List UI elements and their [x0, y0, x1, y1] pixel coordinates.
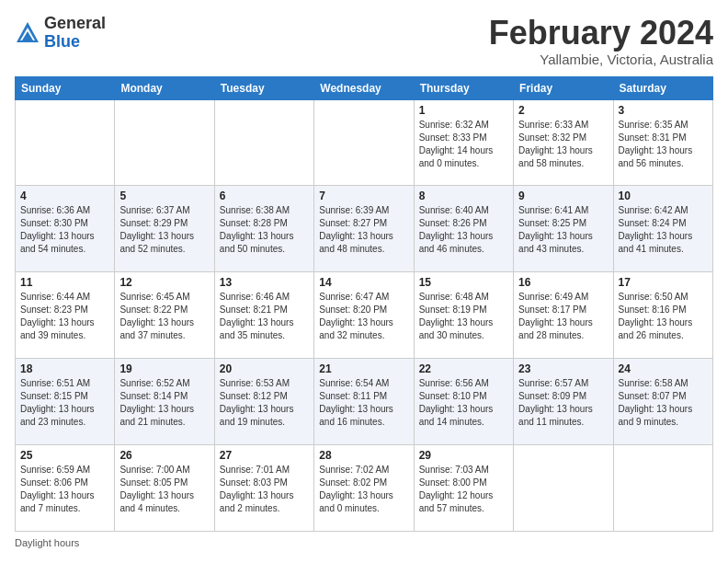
day-number: 17	[619, 276, 708, 289]
day-detail: Sunrise: 6:50 AM Sunset: 8:16 PM Dayligh…	[619, 291, 708, 342]
logo-blue: Blue	[44, 32, 80, 51]
day-cell: 28Sunrise: 7:02 AM Sunset: 8:02 PM Dayli…	[314, 445, 414, 532]
day-number: 18	[20, 362, 109, 375]
day-number: 25	[20, 449, 109, 462]
day-detail: Sunrise: 6:59 AM Sunset: 8:06 PM Dayligh…	[20, 464, 109, 515]
day-detail: Sunrise: 6:53 AM Sunset: 8:12 PM Dayligh…	[220, 377, 309, 429]
day-cell	[115, 99, 214, 186]
day-number: 20	[220, 362, 309, 375]
day-number: 27	[220, 449, 309, 462]
col-header-thursday: Thursday	[414, 76, 513, 99]
month-title: February 2024	[489, 15, 713, 52]
day-cell: 3Sunrise: 6:35 AM Sunset: 8:31 PM Daylig…	[613, 99, 712, 186]
day-detail: Sunrise: 6:44 AM Sunset: 8:23 PM Dayligh…	[20, 291, 109, 342]
day-detail: Sunrise: 6:47 AM Sunset: 8:20 PM Dayligh…	[319, 291, 408, 342]
day-cell: 26Sunrise: 7:00 AM Sunset: 8:05 PM Dayli…	[115, 445, 214, 532]
col-header-wednesday: Wednesday	[314, 76, 414, 99]
day-number: 9	[518, 190, 608, 202]
day-detail: Sunrise: 6:40 AM Sunset: 8:26 PM Dayligh…	[419, 204, 508, 256]
location-title: Yallambie, Victoria, Australia	[489, 52, 713, 67]
day-number: 21	[319, 362, 408, 375]
day-cell: 25Sunrise: 6:59 AM Sunset: 8:06 PM Dayli…	[16, 445, 115, 532]
day-cell: 17Sunrise: 6:50 AM Sunset: 8:16 PM Dayli…	[613, 272, 712, 359]
day-number: 19	[119, 362, 209, 375]
day-number: 10	[619, 190, 708, 202]
day-number: 22	[419, 362, 508, 375]
day-number: 14	[319, 276, 408, 289]
daylight-label: Daylight hours	[15, 537, 79, 548]
day-cell	[214, 99, 313, 186]
page: General Blue February 2024 Yallambie, Vi…	[0, 0, 728, 563]
day-detail: Sunrise: 6:48 AM Sunset: 8:19 PM Dayligh…	[419, 291, 508, 342]
day-cell: 22Sunrise: 6:56 AM Sunset: 8:10 PM Dayli…	[414, 359, 513, 445]
day-detail: Sunrise: 6:54 AM Sunset: 8:11 PM Dayligh…	[319, 377, 408, 429]
day-detail: Sunrise: 6:35 AM Sunset: 8:31 PM Dayligh…	[619, 119, 708, 170]
day-number: 24	[619, 362, 708, 375]
day-cell: 14Sunrise: 6:47 AM Sunset: 8:20 PM Dayli…	[314, 272, 414, 359]
day-detail: Sunrise: 6:32 AM Sunset: 8:33 PM Dayligh…	[419, 119, 508, 170]
col-header-saturday: Saturday	[613, 76, 712, 99]
day-number: 6	[220, 190, 309, 202]
day-detail: Sunrise: 6:42 AM Sunset: 8:24 PM Dayligh…	[619, 204, 708, 256]
day-number: 2	[518, 104, 608, 117]
day-cell: 18Sunrise: 6:51 AM Sunset: 8:15 PM Dayli…	[16, 359, 115, 445]
day-number: 13	[220, 276, 309, 289]
day-number: 7	[319, 190, 408, 202]
day-number: 23	[518, 362, 608, 375]
day-cell: 20Sunrise: 6:53 AM Sunset: 8:12 PM Dayli…	[214, 359, 313, 445]
day-detail: Sunrise: 6:37 AM Sunset: 8:29 PM Dayligh…	[119, 204, 209, 256]
logo: General Blue	[15, 15, 106, 52]
day-number: 16	[518, 276, 608, 289]
day-detail: Sunrise: 6:45 AM Sunset: 8:22 PM Dayligh…	[119, 291, 209, 342]
day-cell	[514, 445, 613, 532]
day-number: 1	[419, 104, 508, 117]
logo-general: General	[44, 14, 106, 32]
day-number: 28	[319, 449, 408, 462]
title-block: February 2024 Yallambie, Victoria, Austr…	[489, 15, 713, 67]
day-cell	[314, 99, 414, 186]
day-cell: 7Sunrise: 6:39 AM Sunset: 8:27 PM Daylig…	[314, 186, 414, 272]
day-detail: Sunrise: 7:01 AM Sunset: 8:03 PM Dayligh…	[220, 464, 309, 515]
day-cell: 29Sunrise: 7:03 AM Sunset: 8:00 PM Dayli…	[414, 445, 513, 532]
day-detail: Sunrise: 6:33 AM Sunset: 8:32 PM Dayligh…	[518, 119, 608, 170]
day-cell: 16Sunrise: 6:49 AM Sunset: 8:17 PM Dayli…	[514, 272, 613, 359]
logo-icon	[15, 20, 40, 46]
day-cell: 4Sunrise: 6:36 AM Sunset: 8:30 PM Daylig…	[16, 186, 115, 272]
day-number: 29	[419, 449, 508, 462]
day-cell: 13Sunrise: 6:46 AM Sunset: 8:21 PM Dayli…	[214, 272, 313, 359]
week-row-2: 4Sunrise: 6:36 AM Sunset: 8:30 PM Daylig…	[16, 186, 713, 272]
day-detail: Sunrise: 6:46 AM Sunset: 8:21 PM Dayligh…	[220, 291, 309, 342]
day-number: 8	[419, 190, 508, 202]
day-cell: 24Sunrise: 6:58 AM Sunset: 8:07 PM Dayli…	[613, 359, 712, 445]
day-detail: Sunrise: 7:03 AM Sunset: 8:00 PM Dayligh…	[419, 464, 508, 515]
day-number: 4	[20, 190, 109, 202]
day-detail: Sunrise: 6:38 AM Sunset: 8:28 PM Dayligh…	[220, 204, 309, 256]
day-detail: Sunrise: 6:52 AM Sunset: 8:14 PM Dayligh…	[119, 377, 209, 429]
day-detail: Sunrise: 6:56 AM Sunset: 8:10 PM Dayligh…	[419, 377, 508, 429]
day-cell: 8Sunrise: 6:40 AM Sunset: 8:26 PM Daylig…	[414, 186, 513, 272]
day-detail: Sunrise: 6:58 AM Sunset: 8:07 PM Dayligh…	[619, 377, 708, 429]
day-cell	[16, 99, 115, 186]
logo-text: General Blue	[44, 15, 106, 52]
day-cell: 2Sunrise: 6:33 AM Sunset: 8:32 PM Daylig…	[514, 99, 613, 186]
col-header-friday: Friday	[514, 76, 613, 99]
col-header-sunday: Sunday	[16, 76, 115, 99]
day-cell: 23Sunrise: 6:57 AM Sunset: 8:09 PM Dayli…	[514, 359, 613, 445]
day-cell: 10Sunrise: 6:42 AM Sunset: 8:24 PM Dayli…	[613, 186, 712, 272]
day-cell: 27Sunrise: 7:01 AM Sunset: 8:03 PM Dayli…	[214, 445, 313, 532]
day-cell: 9Sunrise: 6:41 AM Sunset: 8:25 PM Daylig…	[514, 186, 613, 272]
col-header-tuesday: Tuesday	[214, 76, 313, 99]
day-cell: 11Sunrise: 6:44 AM Sunset: 8:23 PM Dayli…	[16, 272, 115, 359]
day-detail: Sunrise: 7:02 AM Sunset: 8:02 PM Dayligh…	[319, 464, 408, 515]
day-cell: 6Sunrise: 6:38 AM Sunset: 8:28 PM Daylig…	[214, 186, 313, 272]
week-row-1: 1Sunrise: 6:32 AM Sunset: 8:33 PM Daylig…	[16, 99, 713, 186]
day-number: 3	[619, 104, 708, 117]
day-detail: Sunrise: 6:51 AM Sunset: 8:15 PM Dayligh…	[20, 377, 109, 429]
day-detail: Sunrise: 7:00 AM Sunset: 8:05 PM Dayligh…	[119, 464, 209, 515]
week-row-4: 18Sunrise: 6:51 AM Sunset: 8:15 PM Dayli…	[16, 359, 713, 445]
day-cell: 1Sunrise: 6:32 AM Sunset: 8:33 PM Daylig…	[414, 99, 513, 186]
day-number: 5	[119, 190, 209, 202]
day-cell: 19Sunrise: 6:52 AM Sunset: 8:14 PM Dayli…	[115, 359, 214, 445]
footer: Daylight hours	[15, 537, 713, 548]
day-detail: Sunrise: 6:57 AM Sunset: 8:09 PM Dayligh…	[518, 377, 608, 429]
